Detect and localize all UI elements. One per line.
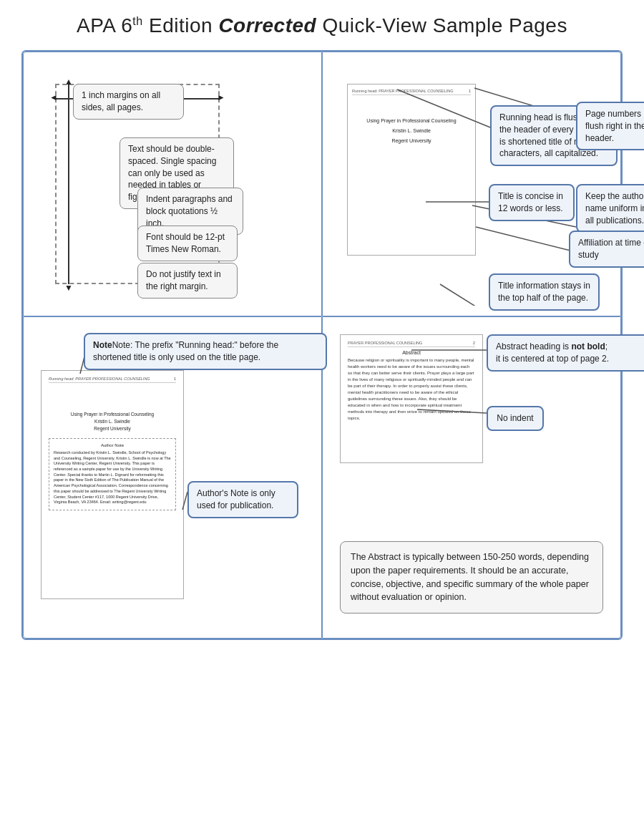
quadrant-3: NoteNote: The prefix "Running head:" bef…: [23, 316, 322, 639]
mini-abstract-page: PRAYER PROFESSIONAL COUNSELING 2 Abstrac…: [340, 334, 483, 463]
q3-mini-title: Using Prayer in Professional Counseling: [49, 412, 176, 417]
mini-author-text: Kristin L. Swindle: [352, 127, 471, 135]
callout-justify: Do not justify text in the right margin.: [137, 263, 238, 299]
callout-justify-text: Do not justify text in the right margin.: [146, 269, 221, 291]
author-note-heading: Author Note: [54, 443, 171, 447]
quadrant-4: PRAYER PROFESSIONAL COUNSELING 2 Abstrac…: [322, 316, 621, 639]
mini-page-num: 1: [469, 89, 471, 93]
callout-font: Font should be 12-pt Times New Roman.: [137, 226, 238, 261]
callout-title-position-text: Title information stays in the top half …: [498, 281, 590, 303]
title-suffix: Edition: [143, 14, 219, 37]
quadrant-2: Running head: PRAYER PROFESSIONAL COUNSE…: [322, 52, 621, 316]
q3-page-num: 1: [174, 377, 176, 381]
author-note-box: Author Note Research conducted by Kristi…: [49, 438, 176, 510]
mini-header2: Running head: PRAYER PROFESSIONAL COUNSE…: [49, 377, 176, 383]
title-italic: Corrected: [218, 14, 316, 37]
title-sup: th: [132, 15, 142, 27]
mini-running-head: Running head: PRAYER PROFESSIONAL COUNSE…: [352, 89, 454, 93]
q3-running-head: Running head: PRAYER PROFESSIONAL COUNSE…: [49, 377, 150, 381]
callout-author-uniform: Keep the author's name uniform in all pu…: [576, 184, 644, 233]
callout-title-concise: Title is concise in 12 words or less.: [489, 184, 575, 221]
author-note-text: Research conducted by Kristin L. Swindle…: [54, 450, 171, 505]
mini-title-block: Using Prayer in Professional Counseling …: [352, 117, 471, 145]
callout-margins-text: 1 inch margins on all sides, all pages.: [82, 90, 160, 112]
vertical-margin-arrow: [68, 84, 69, 284]
callout-indent-text: Indent paragraphs and block quotations ½…: [146, 194, 233, 228]
q3-mini-author: Kristin L. Swindle: [49, 419, 176, 424]
q4-inner: PRAYER PROFESSIONAL COUNSELING 2 Abstrac…: [333, 327, 610, 628]
callout-no-indent: No indent: [487, 406, 544, 431]
q2-inner: Running head: PRAYER PROFESSIONAL COUNSE…: [333, 62, 610, 306]
callout-affiliation: Affiliation at time of study: [569, 231, 644, 268]
callout-pagenum-text: Page numbers flush right in the header.: [585, 109, 644, 143]
callout-title-position: Title information stays in the top half …: [489, 273, 600, 311]
callout-authors-note: Author's Note is only used for publicati…: [187, 481, 298, 518]
callout-abstract-description: The Abstract is typically between 150-25…: [340, 541, 603, 614]
callout-abstract-heading: Abstract heading is not bold;it is cente…: [487, 334, 644, 372]
page-title: APA 6th Edition Corrected Quick-View Sam…: [21, 14, 623, 37]
title-prefix: APA 6: [77, 14, 132, 37]
callout-note-text: Note: The prefix "Running head:" before …: [93, 340, 278, 362]
q3-inner: NoteNote: The prefix "Running head:" bef…: [34, 327, 311, 628]
q3-mini-affil: Regent University: [49, 426, 176, 431]
mini-page-bottom: Running head: PRAYER PROFESSIONAL COUNSE…: [41, 370, 184, 599]
q1-inner: 1 inch margins on all sides, all pages. …: [34, 62, 311, 306]
main-grid: 1 inch margins on all sides, all pages. …: [21, 50, 623, 640]
mini-title-text: Using Prayer in Professional Counseling: [352, 117, 471, 125]
callout-note-label: Note: [93, 340, 112, 350]
callout-abstract-description-text: The Abstract is typically between 150-25…: [351, 552, 589, 602]
abstract-body: Because religion or spirituality is impo…: [348, 357, 475, 422]
quadrant-1: 1 inch margins on all sides, all pages. …: [23, 52, 322, 316]
callout-affiliation-text: Affiliation at time of study: [578, 238, 644, 260]
q4-page-num: 2: [473, 341, 475, 345]
mini-page-header: Running head: PRAYER PROFESSIONAL COUNSE…: [352, 89, 471, 95]
mini-affil-text: Regent University: [352, 137, 471, 145]
callout-abstract-heading-text: Abstract heading is not bold;it is cente…: [496, 341, 609, 364]
callout-author-uniform-text: Keep the author's name uniform in all pu…: [585, 191, 644, 226]
callout-page-numbers: Page numbers flush right in the header.: [576, 102, 644, 150]
mini-header-q4: PRAYER PROFESSIONAL COUNSELING 2: [348, 341, 475, 347]
abstract-heading: Abstract: [348, 350, 475, 355]
callout-no-indent-text: No indent: [497, 413, 533, 423]
title-rest: Quick-View Sample Pages: [316, 14, 567, 37]
callout-title-concise-text: Title is concise in 12 words or less.: [498, 191, 563, 213]
callout-authors-note-text: Author's Note is only used for publicati…: [197, 488, 275, 510]
svg-line-5: [476, 227, 576, 252]
callout-running-head-note: NoteNote: The prefix "Running head:" bef…: [84, 333, 327, 370]
q4-running-head: PRAYER PROFESSIONAL COUNSELING: [348, 341, 422, 345]
callout-margins: 1 inch margins on all sides, all pages.: [73, 84, 184, 120]
mini-title-page: Running head: PRAYER PROFESSIONAL COUNSE…: [347, 84, 476, 256]
callout-font-text: Font should be 12-pt Times New Roman.: [146, 232, 225, 254]
